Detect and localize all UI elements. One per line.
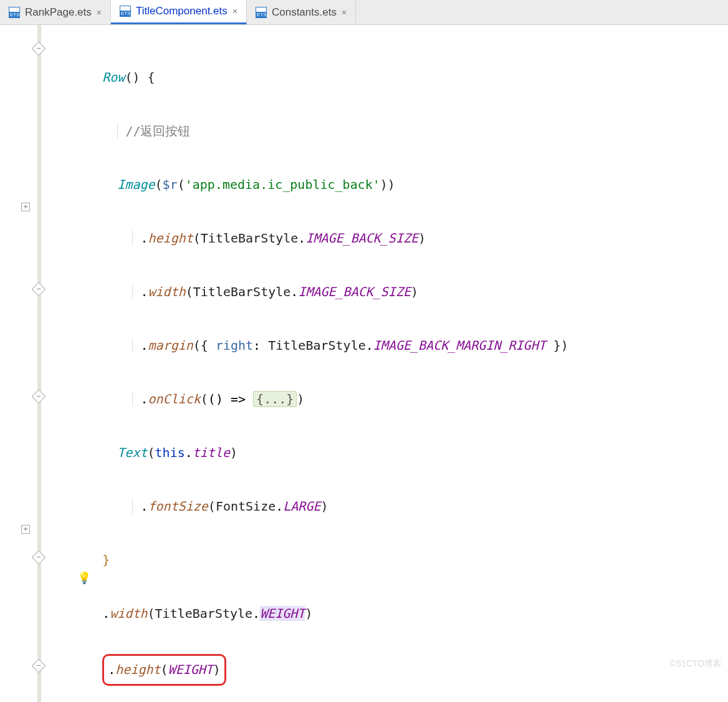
tab-constants[interactable]: ETS Constants.ets × bbox=[247, 0, 356, 24]
close-icon[interactable]: × bbox=[232, 6, 237, 16]
highlighted-error-box: .height(WEIGHT) bbox=[102, 654, 226, 686]
editor-tab-bar: ETS RankPage.ets × ETS TitleComponent.et… bbox=[0, 0, 728, 25]
editor-gutter: − + − − + − 💡 − bbox=[0, 25, 57, 702]
tab-label: RankPage.ets bbox=[25, 6, 92, 19]
close-icon[interactable]: × bbox=[342, 7, 347, 17]
expand-marker-icon[interactable]: + bbox=[21, 203, 30, 211]
watermark-text: ©51CTO博客 bbox=[670, 650, 722, 677]
fold-marker-icon[interactable]: − bbox=[32, 390, 46, 404]
tab-label: Constants.ets bbox=[272, 6, 337, 19]
code-comment: //返回按钮 bbox=[125, 123, 190, 138]
ets-file-icon: ETS bbox=[256, 7, 267, 18]
ets-file-icon: ETS bbox=[120, 6, 131, 17]
token-row: Row bbox=[102, 70, 125, 85]
fold-marker-icon[interactable]: − bbox=[32, 42, 46, 56]
token-text: Text bbox=[117, 445, 147, 460]
close-icon[interactable]: × bbox=[97, 7, 102, 17]
fold-marker-icon[interactable]: − bbox=[32, 659, 46, 673]
fold-marker-icon[interactable]: − bbox=[32, 282, 46, 297]
tab-label: TitleComponent.ets bbox=[136, 5, 228, 17]
tab-titlecomponent[interactable]: ETS TitleComponent.ets × bbox=[111, 0, 247, 24]
code-editor: − + − − + − 💡 − Row() { //返回按钮 Image($r(… bbox=[0, 25, 728, 702]
folded-block[interactable]: {...} bbox=[253, 391, 297, 407]
expand-marker-icon[interactable]: + bbox=[21, 525, 30, 534]
token-image: Image bbox=[117, 177, 155, 192]
tab-rankpage[interactable]: ETS RankPage.ets × bbox=[0, 0, 111, 24]
fold-marker-icon[interactable]: − bbox=[32, 551, 46, 565]
ets-file-icon: ETS bbox=[9, 7, 20, 18]
code-content[interactable]: Row() { //返回按钮 Image($r('app.media.ic_pu… bbox=[57, 25, 728, 702]
